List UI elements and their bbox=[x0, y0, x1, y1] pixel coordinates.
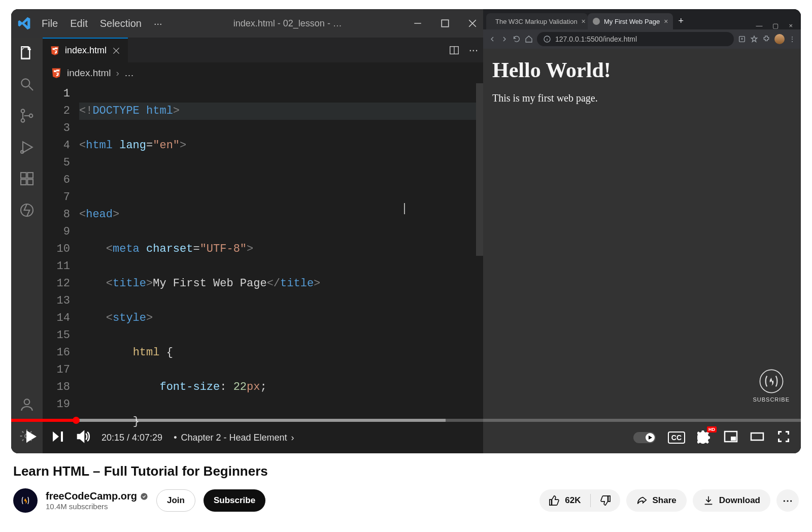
volume-button[interactable] bbox=[76, 429, 90, 446]
code-editor[interactable]: 12345678910111213141516171819 <!DOCTYPE … bbox=[43, 83, 483, 453]
tab-close-icon[interactable]: × bbox=[664, 17, 668, 25]
vscode-pane: File Edit Selection ··· index.html - 02_… bbox=[11, 9, 483, 453]
channel-watermark[interactable]: SUBSCRIBE bbox=[753, 368, 790, 403]
chevron-right-icon: › bbox=[291, 433, 294, 443]
browser-tab-mypage[interactable]: My First Web Page × bbox=[588, 13, 673, 29]
close-icon[interactable] bbox=[468, 19, 477, 28]
settings-button[interactable]: HD bbox=[697, 429, 712, 446]
menu-file[interactable]: File bbox=[42, 18, 58, 29]
home-icon[interactable] bbox=[525, 35, 533, 43]
explorer-icon[interactable] bbox=[19, 45, 35, 63]
like-button[interactable]: 62K bbox=[539, 495, 590, 506]
captions-button[interactable]: CC bbox=[668, 431, 685, 444]
tab-label: index.html bbox=[65, 45, 107, 56]
html5-icon bbox=[50, 46, 60, 56]
editor-area: index.html ··· index.html › … bbox=[43, 38, 483, 453]
theater-button[interactable] bbox=[750, 429, 764, 446]
hd-badge: HD bbox=[707, 426, 717, 433]
source-control-icon[interactable] bbox=[19, 108, 35, 126]
info-icon bbox=[543, 35, 551, 43]
reload-icon[interactable] bbox=[513, 35, 521, 43]
time-display: 20:15 / 4:07:29 bbox=[101, 433, 162, 443]
browser-tabs: The W3C Markup Validation × My First Web… bbox=[483, 9, 801, 29]
profile-avatar-icon[interactable] bbox=[774, 34, 785, 44]
page-heading: Hello World! bbox=[492, 58, 792, 82]
tab-close-icon[interactable] bbox=[112, 46, 121, 55]
next-button[interactable] bbox=[51, 429, 65, 446]
install-icon[interactable] bbox=[738, 35, 746, 43]
address-bar[interactable]: 127.0.0.1:5500/index.html bbox=[537, 32, 734, 46]
activity-bar bbox=[11, 38, 43, 453]
vscode-menu: File Edit Selection ··· bbox=[42, 18, 162, 29]
back-icon[interactable] bbox=[488, 35, 496, 43]
join-button[interactable]: Join bbox=[156, 489, 195, 512]
browser-tab-w3c[interactable]: The W3C Markup Validation × bbox=[486, 13, 588, 29]
channel-avatar[interactable] bbox=[13, 488, 38, 513]
minimap[interactable] bbox=[476, 83, 483, 256]
text-cursor bbox=[404, 203, 405, 214]
channel-row: freeCodeCamp.org 10.4M subscribers Join … bbox=[13, 488, 799, 513]
dislike-button[interactable] bbox=[591, 495, 620, 506]
svg-rect-19 bbox=[751, 433, 763, 440]
maximize-icon[interactable]: ▢ bbox=[772, 22, 779, 29]
forward-icon[interactable] bbox=[500, 35, 509, 43]
subscriber-count: 10.4M subscribers bbox=[46, 502, 148, 511]
svg-rect-6 bbox=[21, 173, 26, 178]
svg-point-1 bbox=[21, 79, 29, 87]
extensions-icon[interactable] bbox=[19, 171, 35, 189]
breadcrumb-file: index.html bbox=[67, 68, 111, 79]
window-title: index.html - 02_lesson - … bbox=[173, 18, 403, 29]
play-button[interactable] bbox=[21, 427, 40, 448]
svg-point-2 bbox=[21, 109, 25, 113]
player-controls: 20:15 / 4:07:29 • Chapter 2 - Head Eleme… bbox=[11, 422, 801, 453]
browser-toolbar: 127.0.0.1:5500/index.html ⋮ bbox=[483, 29, 801, 49]
search-icon[interactable] bbox=[19, 76, 35, 94]
svg-point-3 bbox=[21, 119, 25, 122]
miniplayer-button[interactable] bbox=[724, 429, 738, 446]
svg-point-20 bbox=[141, 493, 147, 500]
code-content[interactable]: <!DOCTYPE html> <html lang="en"> <head> … bbox=[79, 83, 483, 453]
run-debug-icon[interactable] bbox=[19, 139, 35, 157]
more-actions-button[interactable]: ⋯ bbox=[776, 489, 799, 512]
svg-rect-9 bbox=[27, 179, 33, 185]
html5-icon bbox=[51, 68, 62, 79]
more-actions-icon[interactable]: ··· bbox=[469, 44, 478, 57]
breadcrumb[interactable]: index.html › … bbox=[43, 63, 483, 83]
chapter-indicator[interactable]: • Chapter 2 - Head Element › bbox=[174, 433, 294, 443]
svg-point-5 bbox=[21, 151, 23, 153]
svg-point-4 bbox=[29, 114, 33, 118]
minimize-icon[interactable] bbox=[413, 19, 422, 28]
video-player: File Edit Selection ··· index.html - 02_… bbox=[11, 9, 801, 453]
maximize-icon[interactable] bbox=[441, 19, 450, 28]
svg-point-11 bbox=[24, 399, 30, 405]
live-server-icon[interactable] bbox=[19, 202, 35, 220]
menu-selection[interactable]: Selection bbox=[100, 18, 142, 29]
split-editor-icon[interactable] bbox=[449, 45, 460, 56]
account-icon[interactable] bbox=[19, 396, 35, 415]
autoplay-toggle[interactable] bbox=[633, 432, 656, 443]
subscribe-button[interactable]: Subscribe bbox=[204, 489, 265, 512]
svg-rect-18 bbox=[731, 437, 736, 441]
fullscreen-button[interactable] bbox=[776, 429, 791, 446]
menu-overflow[interactable]: ··· bbox=[154, 18, 162, 29]
svg-rect-0 bbox=[442, 20, 449, 27]
channel-name[interactable]: freeCodeCamp.org bbox=[46, 490, 148, 502]
extensions-icon[interactable] bbox=[762, 35, 770, 43]
browser-pane: The W3C Markup Validation × My First Web… bbox=[483, 9, 801, 453]
browser-menu-icon[interactable]: ⋮ bbox=[789, 35, 796, 43]
minimize-icon[interactable]: — bbox=[756, 22, 762, 29]
page-paragraph: This is my first web page. bbox=[492, 92, 792, 104]
vscode-logo-icon bbox=[17, 16, 31, 30]
star-icon[interactable] bbox=[750, 35, 758, 43]
line-gutter: 12345678910111213141516171819 bbox=[43, 83, 79, 453]
download-button[interactable]: Download bbox=[693, 489, 770, 512]
menu-edit[interactable]: Edit bbox=[70, 18, 87, 29]
close-icon[interactable]: × bbox=[789, 22, 793, 29]
share-button[interactable]: Share bbox=[626, 489, 687, 512]
tab-close-icon[interactable]: × bbox=[582, 17, 586, 25]
tab-index-html[interactable]: index.html bbox=[43, 38, 128, 62]
url-text: 127.0.0.1:5500/index.html bbox=[555, 35, 637, 43]
breadcrumb-ellipsis: … bbox=[124, 68, 134, 79]
chevron-right-icon: › bbox=[116, 68, 119, 79]
new-tab-icon[interactable]: + bbox=[673, 13, 689, 29]
